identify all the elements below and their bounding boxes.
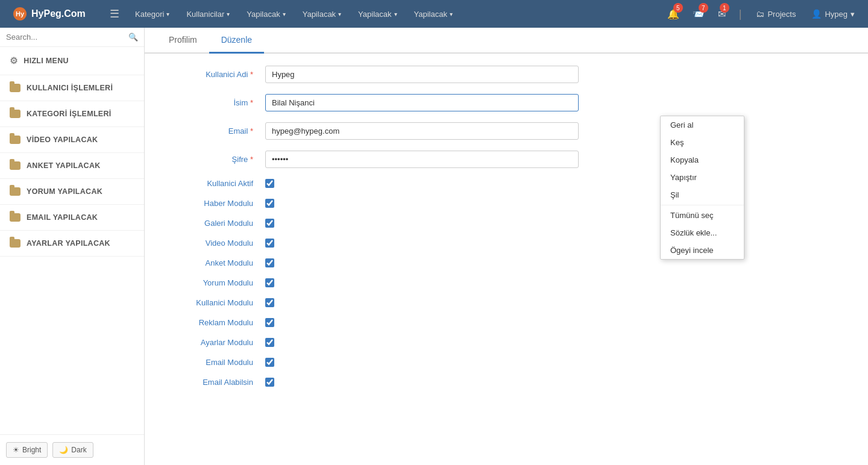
- pipe-icon: |: [739, 8, 742, 20]
- sidebar-item-label: ANKET YAPILACAK: [27, 161, 101, 170]
- chevron-down-icon: ▾: [227, 11, 230, 17]
- checkbox-anket-modulu[interactable]: [265, 258, 274, 267]
- bright-theme-button[interactable]: ☀ Bright: [6, 442, 48, 458]
- envelope-button[interactable]: ✉ 1: [712, 0, 732, 28]
- bell-icon-button[interactable]: 🔔 5: [661, 0, 685, 28]
- checkbox-galeri-modulu[interactable]: [265, 219, 274, 228]
- checkbox-group-yorum-modulu: Yorum Modulu: [169, 278, 663, 287]
- input-email[interactable]: [265, 122, 579, 140]
- nav-menu: Kategori ▾ Kullanicilar ▾ Yapilacak ▾ Ya…: [127, 0, 661, 28]
- sidebar-item-ayarlar-yapilacak[interactable]: AYARLAR YAPILACAK: [0, 231, 144, 257]
- sun-icon: ☀: [13, 446, 19, 454]
- checkbox-reklam-modulu[interactable]: [265, 318, 274, 327]
- separator-icon: |: [733, 0, 748, 28]
- field-kullanici-adi: Kullanici Adi *: [169, 66, 663, 83]
- chevron-down-icon: ▾: [851, 10, 855, 19]
- label-anket-modulu: Anket Modulu: [169, 258, 265, 267]
- checkbox-kullanici-modulu[interactable]: [265, 298, 274, 307]
- checkbox-ayarlar-modulu[interactable]: [265, 338, 274, 347]
- field-sifre: Şifre *: [169, 151, 663, 168]
- label-yorum-modulu: Yorum Modulu: [169, 278, 265, 287]
- context-menu-item-geri-al[interactable]: Geri al: [661, 116, 744, 134]
- checkbox-video-modulu[interactable]: [265, 239, 274, 248]
- nav-item-yapilacak4[interactable]: Yapilacak ▾: [406, 0, 461, 28]
- field-isim: İsim *: [169, 94, 663, 111]
- checkbox-group-haber-modulu: Haber Modulu: [169, 199, 663, 208]
- bright-label: Bright: [22, 446, 41, 454]
- label-ayarlar-modulu: Ayarlar Modulu: [169, 338, 265, 347]
- context-menu-item-tumunu-sec[interactable]: Tümünü seç: [661, 207, 744, 224]
- gear-icon: ⚙: [10, 55, 17, 66]
- user-label: Hypeg: [825, 10, 848, 19]
- context-menu-item-ogeyi-incele[interactable]: Ögeyi incele: [661, 242, 744, 259]
- user-icon: 👤: [811, 9, 822, 19]
- nav-item-yapilacak3[interactable]: Yapilacak ▾: [350, 0, 405, 28]
- sidebar-item-label: HIZLI MENU: [24, 57, 69, 65]
- checkbox-email-alabilsin[interactable]: [265, 378, 274, 387]
- folder-icon: [10, 187, 20, 196]
- checkbox-group-email-modulu: Email Modulu: [169, 358, 663, 367]
- nav-item-yapilacak2[interactable]: Yapilacak ▾: [294, 0, 350, 28]
- label-haber-modulu: Haber Modulu: [169, 199, 265, 208]
- sidebar-menu: ⚙ HIZLI MENU KULLANICI İŞLEMLERİ KATEGOR…: [0, 47, 144, 434]
- form-container: Kullanici Adi * İsim * Email *: [145, 54, 687, 410]
- sidebar-item-label: VİDEO YAPILACAK: [27, 136, 98, 144]
- label-reklam-modulu: Reklam Modulu: [169, 318, 265, 327]
- context-menu-item-yapistir[interactable]: Yapıştır: [661, 169, 744, 186]
- context-menu-item-kes[interactable]: Keş: [661, 134, 744, 151]
- sidebar-item-label: KULLANICI İŞLEMLERİ: [27, 84, 113, 92]
- label-isim: İsim *: [169, 98, 265, 107]
- bell-badge: 5: [673, 3, 683, 13]
- context-menu-item-sozluk-ekle[interactable]: Sözlük ekle...: [661, 224, 744, 242]
- sidebar-item-yorum-yapilacak[interactable]: YORUM YAPILACAK: [0, 179, 144, 205]
- field-email: Email *: [169, 122, 663, 140]
- chevron-down-icon: ▾: [166, 11, 169, 17]
- folder-icon: [10, 84, 20, 92]
- user-menu-button[interactable]: 👤 Hypeg ▾: [804, 0, 862, 28]
- checkbox-haber-modulu[interactable]: [265, 199, 274, 208]
- context-menu-item-sil[interactable]: Şil: [661, 186, 744, 204]
- checkbox-group-email-alabilsin: Email Alabilsin: [169, 378, 663, 387]
- chevron-down-icon: ▾: [283, 11, 286, 17]
- label-kullanici-adi: Kullanici Adi *: [169, 70, 265, 79]
- sidebar-item-kullanici-islemleri[interactable]: KULLANICI İŞLEMLERİ: [0, 75, 144, 101]
- search-icon[interactable]: 🔍: [128, 33, 138, 42]
- tab-duzenle[interactable]: Düzenle: [209, 28, 264, 54]
- search-bar: 🔍: [0, 28, 144, 47]
- nav-item-yapilacak1[interactable]: Yapilacak ▾: [238, 0, 294, 28]
- brand-logo[interactable]: Hy HyPeg.Com: [6, 7, 102, 20]
- envelope-stack-badge: 7: [699, 3, 708, 13]
- dark-theme-button[interactable]: 🌙 Dark: [52, 442, 93, 458]
- sidebar-item-email-yapilacak[interactable]: EMAIL YAPILACAK: [0, 205, 144, 231]
- sidebar-item-kategori-islemleri[interactable]: KATEGORİ İŞLEMLERİ: [0, 101, 144, 127]
- sidebar-item-video-yapilacak[interactable]: VİDEO YAPILACAK: [0, 127, 144, 153]
- sidebar-item-anket-yapilacak[interactable]: ANKET YAPILACAK: [0, 153, 144, 179]
- sidebar: 🔍 ⚙ HIZLI MENU KULLANICI İŞLEMLERİ KATEG…: [0, 28, 145, 465]
- sidebar-item-hizli-menu[interactable]: ⚙ HIZLI MENU: [0, 47, 144, 75]
- chevron-down-icon: ▾: [338, 11, 341, 17]
- search-input[interactable]: [6, 33, 128, 42]
- input-isim[interactable]: [265, 94, 579, 111]
- nav-item-kullanicilar[interactable]: Kullanicilar ▾: [178, 0, 238, 28]
- sidebar-item-label: KATEGORİ İŞLEMLERİ: [27, 110, 112, 118]
- checkbox-group-anket-modulu: Anket Modulu: [169, 258, 663, 267]
- sidebar-bottom: ☀ Bright 🌙 Dark: [0, 434, 144, 465]
- tab-profilim[interactable]: Profilim: [157, 28, 209, 54]
- checkbox-yorum-modulu[interactable]: [265, 278, 274, 287]
- hamburger-button[interactable]: ☰: [102, 7, 127, 20]
- projects-button[interactable]: 🗂 Projects: [749, 0, 803, 28]
- context-menu-item-kopyala[interactable]: Kopyala: [661, 151, 744, 169]
- input-sifre[interactable]: [265, 151, 579, 168]
- checkbox-email-modulu[interactable]: [265, 358, 274, 367]
- nav-item-kategori[interactable]: Kategori ▾: [127, 0, 178, 28]
- input-kullanici-adi[interactable]: [265, 66, 579, 83]
- sidebar-item-label: YORUM YAPILACAK: [27, 187, 102, 196]
- label-email-alabilsin: Email Alabilsin: [169, 378, 265, 387]
- checkbox-group-galeri-modulu: Galeri Modulu: [169, 219, 663, 228]
- checkbox-kullanici-aktif[interactable]: [265, 179, 274, 188]
- label-sifre: Şifre *: [169, 155, 265, 164]
- envelope-stack-button[interactable]: 📨 7: [687, 0, 711, 28]
- label-email-modulu: Email Modulu: [169, 358, 265, 367]
- sidebar-item-label: AYARLAR YAPILACAK: [27, 239, 110, 248]
- folder-icon: [10, 110, 20, 118]
